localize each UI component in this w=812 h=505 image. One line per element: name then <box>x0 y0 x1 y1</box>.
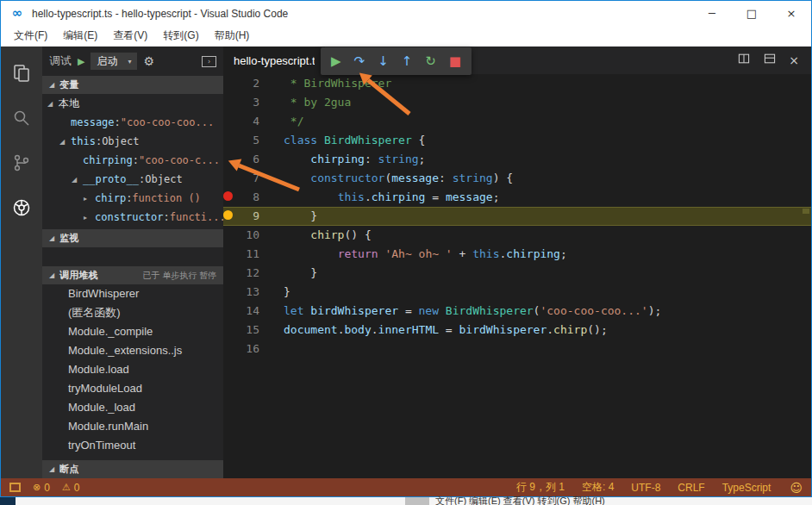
code-line-5[interactable]: 5class BirdWhisperer { <box>223 131 811 150</box>
line-number[interactable]: 5 <box>223 131 259 150</box>
stack-frame-2[interactable]: Module._compile <box>42 322 223 341</box>
stack-frame-8[interactable]: tryOnTimeout <box>42 436 223 455</box>
menu-view[interactable]: 查看(V) <box>105 26 155 46</box>
token: chirp <box>310 228 344 241</box>
stack-frame-0[interactable]: BirdWhisperer <box>42 284 223 303</box>
variable-colon: : <box>139 173 145 185</box>
code-area[interactable]: 2 * BirdWhisperer3 * by 2gua4 */5class B… <box>223 74 811 478</box>
line-number[interactable]: 3 <box>223 93 259 112</box>
debug-restart-button[interactable]: ↻ <box>425 47 436 75</box>
status-indentation[interactable]: 空格: 4 <box>582 480 614 495</box>
stack-frame-5[interactable]: tryModuleLoad <box>42 379 223 398</box>
code-line-16[interactable]: 16 <box>223 340 811 358</box>
code-line-15[interactable]: 15document.body.innerHTML = birdWhispere… <box>223 321 811 340</box>
menu-help[interactable]: 帮助(H) <box>207 26 258 46</box>
code-text: * BirdWhisperer <box>259 74 391 93</box>
configure-gear-icon[interactable]: ⚙ <box>143 54 154 68</box>
variables-section-header[interactable]: ◢ 变量 <box>42 76 223 94</box>
debug-step-into-button[interactable]: ↓ <box>378 47 389 75</box>
line-number[interactable]: 11 <box>223 245 259 264</box>
code-line-14[interactable]: 14let birdWhisperer = new BirdWhisperer(… <box>223 302 811 321</box>
debug-stop-button[interactable]: ■ <box>449 47 461 75</box>
line-number[interactable]: 6 <box>223 150 259 169</box>
menu-file[interactable]: 文件(F) <box>6 26 55 46</box>
code-line-3[interactable]: 3 * by 2gua <box>223 93 811 112</box>
launch-config-select[interactable]: 启动 ▾ <box>91 53 137 70</box>
code-line-12[interactable]: 12 } <box>223 264 811 283</box>
code-line-2[interactable]: 2 * BirdWhisperer <box>223 74 811 93</box>
stack-frame-4[interactable]: Module.load <box>42 360 223 379</box>
debug-icon[interactable] <box>1 193 42 222</box>
source-control-icon[interactable] <box>1 148 42 178</box>
variable-message[interactable]: message: "coo-coo-coo... <box>42 113 223 132</box>
line-number[interactable]: 12 <box>223 264 259 283</box>
code-line-8[interactable]: 8 this.chirping = message; <box>223 188 811 207</box>
token: ) { <box>493 171 513 184</box>
editor-tab[interactable]: hello-typescript.ts <box>223 47 325 74</box>
debug-step-over-button[interactable]: ↷ <box>354 47 365 75</box>
close-button[interactable]: × <box>771 1 811 26</box>
line-number[interactable]: 16 <box>223 340 259 358</box>
code-line-9[interactable]: 9 } <box>223 207 811 226</box>
token: string <box>453 171 493 184</box>
explorer-icon[interactable] <box>1 59 42 88</box>
window-controls: ─ □ × <box>692 1 811 26</box>
twistie-icon: ▸ <box>84 214 95 221</box>
stack-frame-6[interactable]: Module._load <box>42 398 223 417</box>
problems-warnings[interactable]: ⚠ 0 <box>62 482 80 494</box>
status-language[interactable]: TypeScript <box>722 482 771 494</box>
code-line-10[interactable]: 10 chirp() { <box>223 226 811 245</box>
code-line-6[interactable]: 6 chirping: string; <box>223 150 811 169</box>
variable-constructor[interactable]: ▸constructor: functi... <box>42 208 223 227</box>
menubar: 文件(F)编辑(E)查看(V)转到(G)帮助(H) <box>1 26 811 47</box>
activity-bar <box>1 47 42 478</box>
close-editor-icon[interactable]: × <box>789 47 799 74</box>
line-number[interactable]: 13 <box>223 283 259 302</box>
status-cursor-position[interactable]: 行 9，列 1 <box>516 480 565 495</box>
stack-frame-3[interactable]: Module._extensions..js <box>42 341 223 360</box>
variable-name: message <box>71 116 115 128</box>
minimize-button[interactable]: ─ <box>692 1 732 26</box>
chevron-expanded-icon: ◢ <box>49 234 54 242</box>
status-left-icon[interactable] <box>9 483 21 492</box>
variable-chirp[interactable]: ▸chirp: function () <box>42 189 223 208</box>
code-text: * by 2gua <box>259 93 351 112</box>
variable-chirping[interactable]: chirping: "coo-coo-c... <box>42 151 223 170</box>
debug-step-out-button[interactable]: ↑ <box>402 47 413 75</box>
line-number[interactable]: 4 <box>223 112 259 131</box>
start-debug-button[interactable]: ▶ <box>78 56 84 67</box>
code-line-7[interactable]: 7 constructor(message: string) { <box>223 169 811 188</box>
open-debug-console-button[interactable]: › <box>202 56 216 67</box>
line-number[interactable]: 2 <box>223 74 259 93</box>
split-editor-icon[interactable] <box>737 52 751 69</box>
feedback-smiley-icon[interactable]: ☺ <box>790 481 803 495</box>
stack-frame-1[interactable]: (匿名函数) <box>42 303 223 322</box>
code-line-4[interactable]: 4 */ <box>223 112 811 131</box>
line-number[interactable]: 14 <box>223 302 259 321</box>
variables-scope-本地[interactable]: ◢本地 <box>42 94 223 113</box>
menu-edit[interactable]: 编辑(E) <box>55 26 105 46</box>
maximize-button[interactable]: □ <box>732 1 771 26</box>
token: * BirdWhisperer <box>284 77 391 90</box>
debug-continue-button[interactable]: ▶ <box>331 47 341 75</box>
watch-section-header[interactable]: ◢ 监视 <box>42 229 223 247</box>
code-line-11[interactable]: 11 return 'Ah~ oh~ ' + this.chirping; <box>223 245 811 264</box>
variable-this[interactable]: ◢this: Object <box>42 132 223 151</box>
token: (); <box>587 323 607 336</box>
variable-__proto__[interactable]: ◢__proto__: Object <box>42 170 223 189</box>
status-encoding[interactable]: UTF-8 <box>631 482 660 494</box>
problems-errors[interactable]: ⊗ 0 <box>33 482 50 494</box>
breakpoints-section-header[interactable]: ◢ 断点 <box>42 460 223 478</box>
code-line-13[interactable]: 13} <box>223 283 811 302</box>
search-icon[interactable] <box>1 103 42 133</box>
token: . <box>365 190 372 203</box>
status-eol[interactable]: CRLF <box>678 482 704 494</box>
editor-layout-icon[interactable] <box>763 52 777 69</box>
menu-goto[interactable]: 转到(G) <box>155 26 206 46</box>
stack-frame-7[interactable]: Module.runMain <box>42 417 223 436</box>
line-number[interactable]: 15 <box>223 321 259 340</box>
line-number[interactable]: 7 <box>223 169 259 188</box>
callstack-section-header[interactable]: ◢ 调用堆栈 已于 单步执行 暂停 <box>42 266 223 284</box>
line-number[interactable]: 10 <box>223 226 259 245</box>
variable-name: chirp <box>95 192 126 204</box>
